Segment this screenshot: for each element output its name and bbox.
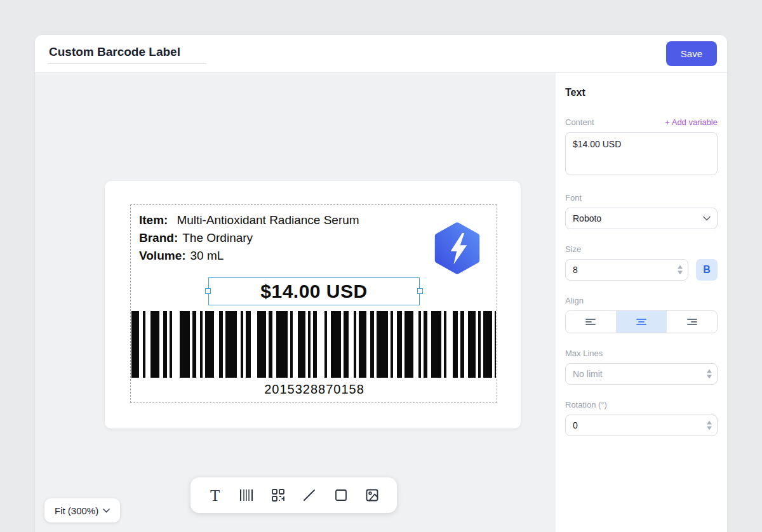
align-center-icon (635, 317, 648, 326)
font-select-value: Roboto (573, 213, 601, 223)
label-preview-card[interactable]: Item:Multi-Antioxidant Radiance Serum Br… (105, 181, 521, 429)
item-line: Item:Multi-Antioxidant Radiance Serum (139, 211, 359, 229)
barcode-tool-button[interactable] (236, 484, 257, 506)
content-textarea[interactable]: $14.00 USD (565, 132, 718, 175)
label-title-input[interactable]: Custom Barcode Label (48, 44, 206, 64)
size-label: Size (565, 244, 718, 254)
selected-text-element[interactable]: $14.00 USD (208, 277, 420, 305)
item-label: Item: (139, 213, 168, 227)
zoom-fit-label: Fit (300%) (55, 505, 98, 516)
item-value: Multi-Antioxidant Radiance Serum (177, 213, 359, 227)
resize-handle-left[interactable] (205, 288, 211, 294)
resize-handle-right[interactable] (417, 288, 423, 294)
brand-line: Brand:The Ordinary (139, 229, 359, 247)
brand-label: Brand: (139, 231, 178, 244)
design-canvas[interactable]: Item:Multi-Antioxidant Radiance Serum Br… (35, 73, 556, 532)
price-text: $14.00 USD (260, 281, 367, 302)
bold-toggle-button[interactable]: B (696, 259, 718, 281)
volume-label: Volume: (139, 249, 186, 262)
size-stepper[interactable] (678, 265, 683, 275)
barcode-icon (238, 488, 255, 503)
barcode-element[interactable]: 2015328870158 (131, 311, 497, 397)
image-icon (364, 488, 380, 503)
line-tool-button[interactable] (298, 484, 320, 506)
max-lines-label: Max Lines (565, 349, 718, 358)
align-label: Align (565, 296, 718, 305)
rotation-label: Rotation (°) (565, 400, 718, 409)
rotation-stepper[interactable] (707, 421, 712, 430)
barcode-bars (131, 311, 497, 378)
size-input[interactable] (565, 259, 688, 281)
barcode-digits: 2015328870158 (131, 382, 497, 397)
rotation-input[interactable] (565, 415, 718, 436)
font-select[interactable]: Roboto (565, 208, 718, 229)
chevron-down-icon (703, 216, 711, 221)
align-left-icon (584, 317, 597, 326)
save-button[interactable]: Save (666, 41, 717, 66)
align-left-button[interactable] (566, 311, 616, 333)
max-lines-stepper[interactable] (707, 369, 712, 379)
text-tool-button[interactable]: T (204, 484, 226, 506)
element-toolbar: T (190, 477, 397, 513)
brand-value: The Ordinary (182, 231, 253, 244)
header: Custom Barcode Label Save (35, 35, 727, 73)
volume-value: 30 mL (190, 249, 224, 262)
line-icon (302, 488, 317, 503)
panel-heading: Text (565, 87, 718, 98)
add-variable-button[interactable]: + Add variable (665, 117, 718, 127)
rectangle-tool-button[interactable] (330, 484, 352, 506)
hexagon-lightning-logo-icon[interactable] (432, 222, 483, 275)
font-label: Font (565, 193, 718, 203)
app-window: Custom Barcode Label Save Item:Multi-Ant… (35, 35, 727, 532)
align-right-button[interactable] (666, 311, 717, 333)
properties-panel: Text Content + Add variable $14.00 USD F… (556, 73, 727, 532)
rectangle-icon (333, 488, 349, 503)
align-center-button[interactable] (616, 311, 667, 333)
label-boundary: Item:Multi-Antioxidant Radiance Serum Br… (130, 204, 497, 403)
volume-line: Volume:30 mL (139, 247, 359, 265)
content-label: Content (565, 117, 594, 127)
text-icon: T (210, 488, 220, 503)
label-info-text[interactable]: Item:Multi-Antioxidant Radiance Serum Br… (139, 211, 359, 265)
qr-code-icon (271, 488, 286, 503)
align-right-icon (686, 317, 698, 326)
chevron-down-icon (103, 509, 110, 513)
zoom-fit-button[interactable]: Fit (300%) (44, 498, 120, 522)
image-tool-button[interactable] (361, 484, 383, 506)
max-lines-input[interactable] (565, 363, 718, 385)
align-button-group (565, 310, 718, 333)
qr-code-tool-button[interactable] (267, 484, 289, 506)
